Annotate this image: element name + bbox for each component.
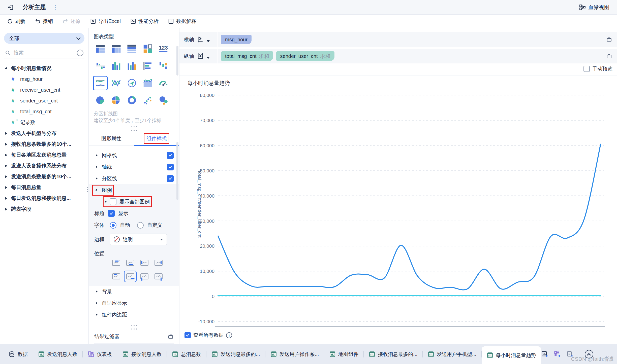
chart-type-flow-chart-icon[interactable] bbox=[125, 77, 138, 90]
export-excel-button[interactable]: 导出Excel bbox=[90, 18, 121, 25]
style-panel-scrollbar[interactable] bbox=[176, 142, 178, 200]
section-axisline[interactable]: 轴线 bbox=[89, 161, 179, 173]
y-axis-type-caret-icon[interactable] bbox=[207, 57, 210, 59]
tree-field-sender_user_cnt[interactable]: #sender_user_cnt bbox=[4, 95, 84, 106]
bottom-tab-发送消息人数[interactable]: 发送消息人数 bbox=[33, 344, 82, 364]
bottom-tab-每小时消息量趋势[interactable]: 每小时消息量趋势 bbox=[482, 346, 541, 364]
refresh-button[interactable]: 刷新 bbox=[7, 18, 25, 25]
chart-type-range-column-icon[interactable] bbox=[157, 59, 170, 72]
font-auto-radio[interactable] bbox=[110, 222, 116, 229]
x-axis-type-icon[interactable] bbox=[197, 36, 204, 43]
tree-group-每小时消息量情况[interactable]: 每小时消息量情况 bbox=[4, 63, 84, 74]
tree-group-接收消息条数最多的10个...[interactable]: 接收消息条数最多的10个... bbox=[4, 139, 84, 150]
field-pill-total_msg_cnt[interactable]: total_msg_cnt求和 bbox=[221, 51, 273, 61]
section-gridline[interactable]: 网格线 bbox=[89, 150, 179, 161]
field-pill-sender_user_cnt[interactable]: sender_user_cnt求和 bbox=[276, 51, 334, 61]
info-icon[interactable]: i bbox=[226, 332, 232, 338]
tab-component-style[interactable]: 组件样式 bbox=[134, 132, 179, 145]
chart-type-detail-table-icon[interactable] bbox=[125, 42, 138, 55]
tree-group-跨表字段[interactable]: 跨表字段 bbox=[4, 204, 84, 214]
tree-group-每日各地区发送消息总量[interactable]: 每日各地区发送消息总量 bbox=[4, 150, 84, 160]
chart-type-bubble-icon[interactable] bbox=[157, 94, 170, 107]
tree-field-记录数[interactable]: #*记录数 bbox=[4, 117, 84, 128]
tree-group-每日发送消息和接收消息...[interactable]: 每日发送消息和接收消息... bbox=[4, 193, 84, 204]
add-analysis-button[interactable] bbox=[566, 351, 573, 358]
chart-type-color-block-icon[interactable] bbox=[141, 42, 154, 55]
tree-field-msg_hour[interactable]: #msg_hour bbox=[4, 74, 84, 85]
tree-group-每日消息总量[interactable]: 每日消息总量 bbox=[4, 182, 84, 193]
chart-type-cross-table-icon[interactable] bbox=[110, 42, 123, 55]
bottom-tab-数据[interactable]: 数据 bbox=[4, 344, 33, 364]
border-select[interactable]: 透明 bbox=[110, 234, 167, 245]
bottom-tab-仪表板[interactable]: 仪表板 bbox=[83, 344, 117, 364]
chart-type-grouped-column-icon[interactable] bbox=[94, 59, 107, 72]
chart-type-scrollbar[interactable] bbox=[176, 46, 178, 76]
add-component-button[interactable] bbox=[541, 351, 548, 358]
tree-group-发送人设备操作系统分布[interactable]: 发送人设备操作系统分布 bbox=[4, 160, 84, 171]
position-right-middle-option[interactable] bbox=[153, 271, 164, 282]
filter-drag-handle[interactable] bbox=[89, 325, 179, 330]
manual-preview-checkbox[interactable] bbox=[583, 66, 590, 72]
bottom-tab-接收消息最多的...[interactable]: 接收消息最多的... bbox=[364, 344, 422, 364]
redo-button[interactable]: 还原 bbox=[63, 18, 81, 25]
chart-type-partition-line-icon[interactable] bbox=[94, 77, 107, 90]
chart-type-area-chart-icon[interactable] bbox=[141, 77, 154, 90]
search-options-icon[interactable]: … bbox=[77, 50, 83, 56]
bottom-tab-发送消息最多的...[interactable]: 发送消息最多的... bbox=[206, 344, 265, 364]
x-axis-format-button[interactable] bbox=[601, 32, 617, 47]
chart-type-grouped-table-icon[interactable] bbox=[94, 42, 107, 55]
view-all-data-checkbox[interactable] bbox=[184, 332, 191, 338]
position-top-left-option[interactable] bbox=[110, 271, 122, 282]
panel-drag-handle[interactable] bbox=[89, 126, 179, 131]
chart-type-mixed-column-icon[interactable] bbox=[125, 59, 138, 72]
chart-type-gauge-icon[interactable] bbox=[157, 77, 170, 90]
chart-type-cross-line-icon[interactable] bbox=[110, 77, 123, 90]
show-all-legend-checkbox[interactable] bbox=[110, 198, 116, 205]
collapse-bar-button[interactable] bbox=[585, 350, 593, 358]
chart-type-donut-icon[interactable] bbox=[125, 94, 138, 107]
back-button[interactable] bbox=[8, 4, 14, 11]
section-background[interactable]: 背景 bbox=[89, 286, 179, 297]
position-left-top-option[interactable] bbox=[139, 258, 150, 268]
undo-button[interactable]: 撤销 bbox=[35, 18, 53, 25]
section-component-padding[interactable]: 组件内边距 bbox=[89, 309, 179, 320]
line-chart[interactable]: 80,00070,00060,00050,00040,00030,00020,0… bbox=[179, 76, 617, 330]
tree-field-receiver_user_cnt[interactable]: #receiver_user_cnt bbox=[4, 85, 84, 95]
format-brush-icon[interactable] bbox=[168, 334, 174, 340]
bottom-tab-发送用户操作系...[interactable]: 发送用户操作系... bbox=[265, 344, 324, 364]
chart-type-pie-icon[interactable] bbox=[94, 94, 107, 107]
bottom-tab-接收消息人数[interactable]: 接收消息人数 bbox=[117, 344, 167, 364]
more-menu-button[interactable]: ⋮ bbox=[52, 4, 58, 11]
add-dashboard-button[interactable] bbox=[554, 351, 561, 358]
gridline-checkbox[interactable] bbox=[167, 152, 174, 159]
tree-field-total_msg_cnt[interactable]: #total_msg_cnt bbox=[4, 106, 84, 117]
bottom-tab-总消息数[interactable]: 总消息数 bbox=[167, 344, 206, 364]
position-bottom-center-option-selected[interactable] bbox=[125, 271, 136, 282]
chart-type-scatter-icon[interactable] bbox=[141, 94, 154, 107]
tab-graph-properties[interactable]: 图形属性 bbox=[89, 132, 134, 145]
legend-title-checkbox[interactable] bbox=[108, 210, 115, 217]
chart-type-kpi-card-icon[interactable]: 123 bbox=[157, 42, 170, 55]
position-bottom-option[interactable] bbox=[125, 258, 136, 268]
performance-analysis-button[interactable]: 性能分析 bbox=[130, 18, 159, 25]
lineage-view-button[interactable]: 血缘视图 bbox=[579, 4, 609, 11]
tree-group-发送消息条数最多的10个...[interactable]: 发送消息条数最多的10个... bbox=[4, 171, 84, 182]
series-line-total_msg_cnt[interactable] bbox=[218, 144, 601, 290]
position-right-top-option[interactable] bbox=[153, 258, 164, 268]
axisline-checkbox[interactable] bbox=[167, 164, 174, 170]
tree-group-发送人手机型号分布[interactable]: 发送人手机型号分布 bbox=[4, 128, 84, 139]
bottom-tab-地图组件[interactable]: 地图组件 bbox=[324, 344, 363, 364]
section-legend[interactable]: 图例 bbox=[89, 184, 179, 196]
section-partition-line[interactable]: 分区线 bbox=[89, 173, 179, 184]
chart-type-multi-column-icon[interactable] bbox=[110, 59, 123, 72]
position-left-middle-option[interactable] bbox=[139, 271, 150, 282]
chart-type-quadrant-pie-icon[interactable] bbox=[110, 94, 123, 107]
search-input[interactable] bbox=[13, 50, 77, 56]
chart-type-horizontal-bar-icon[interactable] bbox=[141, 59, 154, 72]
y-axis-type-icon[interactable] bbox=[197, 52, 204, 60]
bottom-tab-发送用户手机型...[interactable]: 发送用户手机型... bbox=[423, 344, 481, 364]
section-adaptive-display[interactable]: 自适应显示 bbox=[89, 297, 179, 309]
position-top-option[interactable] bbox=[110, 258, 122, 268]
field-pill-msg_hour[interactable]: msg_hour bbox=[221, 35, 252, 44]
partition-line-checkbox[interactable] bbox=[167, 175, 174, 182]
